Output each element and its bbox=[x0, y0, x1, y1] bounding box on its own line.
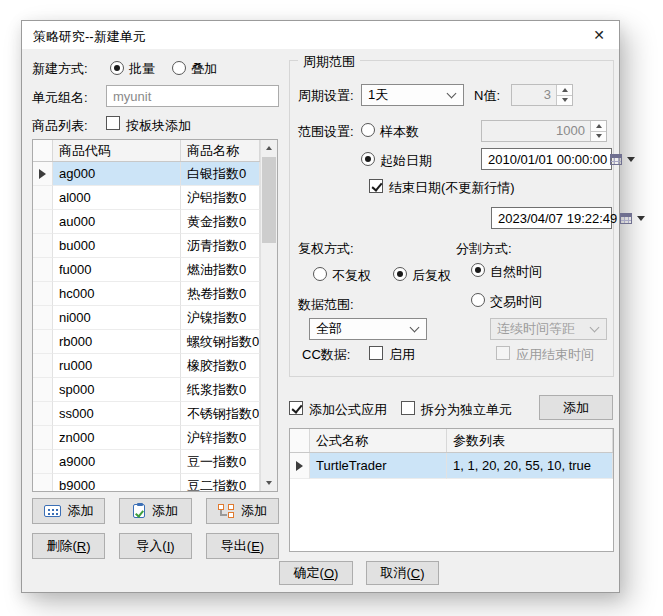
cell-formula-params: 1, 1, 20, 20, 55, 10, true bbox=[447, 453, 613, 479]
table-row[interactable]: au000黄金指数0 bbox=[33, 210, 260, 234]
table-row[interactable]: ss000不锈钢指数0 bbox=[33, 402, 260, 426]
table-row[interactable]: hc000热卷指数0 bbox=[33, 282, 260, 306]
table-row[interactable]: ru000橡胶指数0 bbox=[33, 354, 260, 378]
calendar-icon bbox=[620, 213, 632, 224]
by-block-checkbox[interactable] bbox=[106, 116, 120, 130]
cell-name: 橡胶指数0 bbox=[181, 354, 260, 378]
adjust-mode-label: 复权方式: bbox=[298, 241, 354, 257]
ok-button[interactable]: 确定(O) bbox=[279, 561, 353, 585]
cell-code: ni000 bbox=[53, 306, 181, 330]
cell-code: sp000 bbox=[53, 378, 181, 402]
split-mode-label: 分割方式: bbox=[456, 241, 512, 257]
page-title: 策略研究--新建单元 bbox=[33, 28, 146, 46]
add-formula-checkbox[interactable] bbox=[289, 401, 303, 415]
radio-natural-time[interactable] bbox=[471, 263, 485, 277]
cell-name: 热卷指数0 bbox=[181, 282, 260, 306]
radio-overlay-label: 叠加 bbox=[191, 61, 217, 77]
data-range-combobox[interactable]: 全部 bbox=[309, 318, 427, 340]
radio-back-adjust[interactable] bbox=[393, 267, 407, 281]
n-value-label: N值: bbox=[474, 88, 500, 104]
sample-count-spinner[interactable]: 1000 bbox=[481, 120, 607, 142]
range-setting-label: 范围设置: bbox=[298, 124, 354, 140]
groupbox-title: 周期范围 bbox=[298, 53, 360, 71]
group-name-label: 单元组名: bbox=[32, 90, 88, 106]
chevron-down-icon bbox=[590, 322, 600, 332]
dropdown-arrow-icon bbox=[637, 216, 645, 221]
delete-button[interactable]: 删除(R) bbox=[32, 533, 105, 559]
dialog-client-area: 新建方式: 批量 叠加 单元组名: 商品列表: 按板块添加 商品代码 商品名称 … bbox=[22, 49, 619, 592]
cell-name: 沪锌指数0 bbox=[181, 426, 260, 450]
group-name-input[interactable] bbox=[106, 85, 279, 107]
spinner-down-icon[interactable] bbox=[557, 95, 572, 106]
cell-code: al000 bbox=[53, 186, 181, 210]
formula-table: 公式名称 参数列表 TurtleTrader 1, 1, 20, 20, 55,… bbox=[289, 428, 614, 552]
table-row[interactable]: b9000豆二指数0 bbox=[33, 474, 260, 491]
add-from-list-button[interactable]: 添加 bbox=[119, 498, 192, 524]
period-combobox[interactable]: 1天 bbox=[361, 84, 464, 106]
cell-name: 燃油指数0 bbox=[181, 258, 260, 282]
cell-name: 豆二指数0 bbox=[181, 474, 260, 491]
table-row[interactable]: ni000沪镍指数0 bbox=[33, 306, 260, 330]
radio-no-adjust-label: 不复权 bbox=[332, 268, 371, 284]
n-value-spinner[interactable]: 3 bbox=[511, 84, 573, 106]
formula-table-header: 公式名称 参数列表 bbox=[290, 429, 613, 453]
end-date-picker[interactable]: 2023/04/07 19:22:49 bbox=[491, 207, 612, 229]
radio-overlay[interactable] bbox=[172, 61, 186, 75]
cell-code: ag000 bbox=[53, 162, 181, 186]
table-row[interactable]: al000沪铝指数0 bbox=[33, 186, 260, 210]
start-date-picker[interactable]: 2010/01/01 00:00:00 bbox=[481, 148, 612, 170]
add-by-typing-button[interactable]: 添加 bbox=[32, 498, 105, 524]
radio-natural-time-label: 自然时间 bbox=[490, 264, 542, 280]
cell-code: ru000 bbox=[53, 354, 181, 378]
dialog-new-unit: 策略研究--新建单元 ✕ 新建方式: 批量 叠加 单元组名: 商品列表: 按板块… bbox=[21, 20, 620, 593]
radio-sample-count[interactable] bbox=[361, 123, 375, 137]
cell-code: hc000 bbox=[53, 282, 181, 306]
cell-name: 豆一指数0 bbox=[181, 450, 260, 474]
keyboard-icon bbox=[44, 505, 61, 517]
cell-formula-name: TurtleTrader bbox=[310, 453, 447, 479]
apply-end-time-checkbox bbox=[496, 346, 510, 360]
table-row[interactable]: rb000螺纹钢指数0 bbox=[33, 330, 260, 354]
col-header-params: 参数列表 bbox=[447, 429, 613, 452]
cell-name: 沪镍指数0 bbox=[181, 306, 260, 330]
radio-trading-time[interactable] bbox=[471, 293, 485, 307]
cell-code: b9000 bbox=[53, 474, 181, 491]
split-unit-checkbox[interactable] bbox=[401, 401, 415, 415]
end-date-checkbox[interactable] bbox=[369, 179, 383, 193]
current-row-arrow-icon bbox=[296, 461, 303, 471]
period-setting-label: 周期设置: bbox=[298, 88, 354, 104]
table-row[interactable]: ag000 白银指数0 bbox=[33, 162, 260, 186]
formula-row[interactable]: TurtleTrader 1, 1, 20, 20, 55, 10, true bbox=[290, 453, 613, 479]
cell-name: 沪铝指数0 bbox=[181, 186, 260, 210]
scroll-down-icon[interactable] bbox=[261, 475, 277, 491]
radio-sample-count-label: 样本数 bbox=[380, 124, 419, 140]
table-row[interactable]: fu000燃油指数0 bbox=[33, 258, 260, 282]
close-icon[interactable]: ✕ bbox=[579, 21, 619, 49]
radio-no-adjust[interactable] bbox=[313, 267, 327, 281]
cc-enable-checkbox[interactable] bbox=[369, 346, 383, 360]
spinner-down-icon[interactable] bbox=[591, 131, 606, 142]
table-row[interactable]: sp000纸浆指数0 bbox=[33, 378, 260, 402]
data-range-label: 数据范围: bbox=[298, 297, 354, 313]
table-row[interactable]: bu000沥青指数0 bbox=[33, 234, 260, 258]
cancel-button[interactable]: 取消(C) bbox=[366, 561, 439, 585]
add-by-block-button[interactable]: 添加 bbox=[206, 498, 279, 524]
export-button[interactable]: 导出(E) bbox=[206, 533, 279, 559]
vertical-scrollbar[interactable] bbox=[260, 140, 277, 491]
table-row[interactable]: zn000沪锌指数0 bbox=[33, 426, 260, 450]
cc-enable-label: 启用 bbox=[389, 347, 415, 363]
spinner-up-icon[interactable] bbox=[557, 85, 572, 95]
scrollbar-thumb[interactable] bbox=[262, 157, 276, 243]
clipboard-check-icon bbox=[133, 504, 145, 518]
spinner-up-icon[interactable] bbox=[591, 121, 606, 131]
import-button[interactable]: 导入(I) bbox=[119, 533, 192, 559]
add-formula-button[interactable]: 添加 bbox=[539, 395, 613, 420]
radio-batch[interactable] bbox=[110, 61, 124, 75]
table-row[interactable]: a9000豆一指数0 bbox=[33, 450, 260, 474]
add-button-label: 添加 bbox=[68, 502, 94, 520]
radio-start-date[interactable] bbox=[361, 152, 375, 166]
scroll-up-icon[interactable] bbox=[261, 140, 277, 156]
apply-end-time-label: 应用结束时间 bbox=[516, 347, 594, 363]
cell-code: fu000 bbox=[53, 258, 181, 282]
product-list-label: 商品列表: bbox=[32, 118, 88, 134]
